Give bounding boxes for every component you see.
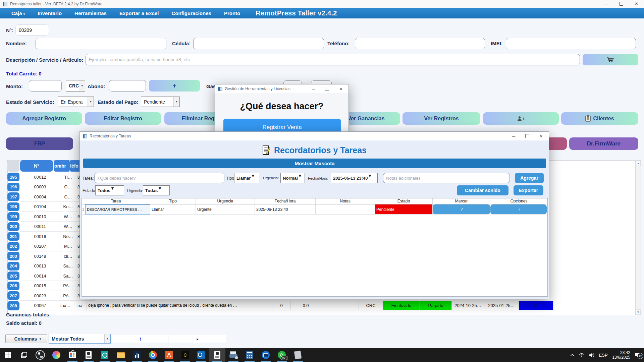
col-estado[interactable]: Estado bbox=[375, 198, 433, 204]
tray-chevron-up-icon[interactable] bbox=[570, 354, 574, 356]
clientes-button[interactable]: Clientes bbox=[561, 112, 638, 125]
notas-input[interactable] bbox=[383, 173, 510, 183]
taskbar-clock[interactable]: 23:42 13/6/2025 bbox=[612, 350, 630, 360]
taskbar-remotpress-active-icon[interactable] bbox=[209, 348, 225, 362]
row-badge[interactable]: 198 bbox=[7, 202, 19, 211]
row-badge[interactable]: 199 bbox=[7, 212, 19, 221]
tarea-input[interactable] bbox=[94, 173, 224, 183]
task-cell-tarea[interactable]: DESCARGAR REMOTPRESS … bbox=[85, 204, 150, 215]
nombre-field[interactable] bbox=[36, 38, 166, 49]
maximize-button[interactable] bbox=[614, 0, 629, 8]
taskbar-copilot-icon[interactable] bbox=[48, 348, 64, 362]
taskbar-monitor-app-icon[interactable] bbox=[258, 348, 274, 362]
mostrar-mascota-button[interactable]: Mostrar Mascota bbox=[83, 159, 546, 168]
taskbar-whatsapp-icon[interactable]: 99+ bbox=[274, 348, 290, 362]
add-to-cart-button[interactable]: + bbox=[149, 80, 200, 92]
taskbar-notes-app-icon[interactable] bbox=[290, 348, 306, 362]
row-badge[interactable]: 208 bbox=[7, 301, 19, 310]
scroll-down-button[interactable]: ▼ bbox=[636, 309, 641, 315]
col-fecha[interactable]: Fecha/Hora bbox=[255, 198, 316, 204]
row-badge[interactable]: 195 bbox=[7, 173, 19, 181]
agregar-tarea-button[interactable]: Agregar bbox=[515, 173, 544, 183]
minimize-button[interactable]: ─ bbox=[512, 134, 515, 139]
agregar-registro-button[interactable]: Agregar Registro bbox=[6, 112, 82, 125]
row-badge[interactable]: 205 bbox=[7, 272, 19, 280]
row-badge[interactable]: 207 bbox=[7, 291, 19, 300]
taskbar-outlook-icon[interactable] bbox=[193, 348, 209, 362]
scroll-up-button[interactable]: ▲ bbox=[636, 161, 641, 166]
taskbar-start-button[interactable] bbox=[0, 348, 16, 362]
taskbar-fax-app-icon[interactable] bbox=[225, 348, 241, 362]
maximize-button[interactable] bbox=[525, 134, 529, 138]
menu-inventario[interactable]: Inventario bbox=[36, 10, 63, 16]
editar-registro-button[interactable]: Editar Registro bbox=[85, 112, 161, 125]
exportar-button[interactable]: Exportar bbox=[514, 185, 543, 195]
columnas-button[interactable]: Columnas▾ bbox=[5, 334, 47, 343]
table-scrollbar[interactable]: ▲ ▼ bbox=[635, 160, 641, 315]
table-row-208[interactable]: 208 00067 tax… na deja iphone , para ver… bbox=[7, 301, 641, 311]
row-badge[interactable]: 206 bbox=[7, 282, 19, 290]
tipo-select[interactable]: Llamar▼ bbox=[234, 173, 259, 183]
row-badge[interactable]: 204 bbox=[7, 262, 19, 270]
estado-servicio-select[interactable]: En Espera▼ bbox=[58, 97, 94, 107]
minimize-button[interactable]: ─ bbox=[312, 86, 315, 92]
taskbar-camera-app-icon[interactable] bbox=[97, 348, 113, 362]
cedula-field[interactable] bbox=[193, 38, 324, 49]
row-badge[interactable]: 196 bbox=[7, 183, 19, 191]
taskbar-orange-app-icon[interactable] bbox=[161, 348, 177, 362]
menu-herramientas[interactable]: Herramientas bbox=[73, 10, 108, 16]
taskbar-obs-icon[interactable] bbox=[32, 348, 48, 362]
monto-field[interactable] bbox=[29, 80, 62, 92]
minimize-button[interactable]: ─ bbox=[599, 0, 614, 8]
col-marcar[interactable]: Marcar bbox=[433, 198, 490, 204]
task-marcar-button[interactable]: ✓ bbox=[433, 204, 490, 215]
menu-configuraciones[interactable]: Configuraciones bbox=[170, 10, 213, 16]
language-indicator[interactable]: ESP bbox=[599, 353, 608, 358]
close-button[interactable]: ✕ bbox=[539, 134, 543, 139]
numero-field[interactable] bbox=[15, 24, 49, 36]
volume-icon[interactable] bbox=[589, 353, 594, 357]
mostrar-todos-select[interactable]: Mostrar Todos▼ bbox=[49, 334, 111, 344]
col-tipo[interactable]: Tipo bbox=[150, 198, 196, 204]
taskbar-file-explorer-icon[interactable] bbox=[113, 348, 129, 362]
menu-pronto[interactable]: Pronto bbox=[223, 10, 241, 16]
taskbar-stats-app-icon[interactable] bbox=[129, 348, 145, 362]
menu-exportar-excel[interactable]: Exportar a Excel bbox=[118, 10, 160, 16]
nombre-column-header[interactable]: ombr bbox=[54, 160, 69, 172]
col-notas[interactable]: Notas bbox=[316, 198, 375, 204]
taskbar-remotpress-icon[interactable] bbox=[80, 348, 97, 362]
col-urgencia[interactable]: Urgencia bbox=[196, 198, 255, 204]
row-badge[interactable]: 203 bbox=[7, 252, 19, 260]
drfirmware-button[interactable]: Dr.FirmWare bbox=[569, 137, 638, 150]
task-opciones-button[interactable]: ⋮ bbox=[490, 204, 547, 215]
cart-button[interactable] bbox=[583, 54, 638, 65]
frp-button[interactable]: FRP bbox=[6, 137, 73, 150]
task-row[interactable]: 1 DESCARGAR REMOTPRESS … Llamar Urgente … bbox=[82, 204, 547, 215]
menu-caja[interactable]: Caja ▾ bbox=[10, 10, 26, 16]
row-badge[interactable]: 202 bbox=[7, 242, 19, 251]
abono-field[interactable] bbox=[109, 80, 146, 92]
currency-select[interactable]: CRC▼ bbox=[66, 80, 85, 92]
row-badge[interactable]: 201 bbox=[7, 232, 19, 241]
close-button[interactable]: ✕ bbox=[339, 86, 343, 92]
taskbar-task-view-icon[interactable] bbox=[16, 348, 32, 362]
taskbar-store-icon[interactable] bbox=[64, 348, 80, 362]
row-badge[interactable]: 197 bbox=[7, 192, 19, 201]
footer-strip-2[interactable]: ▸ bbox=[169, 335, 226, 343]
numero-column-header[interactable]: N° bbox=[20, 160, 53, 172]
estado-pago-select[interactable]: Pendiente▼ bbox=[141, 97, 180, 107]
urgencia-filter-select[interactable]: Todas▼ bbox=[143, 185, 170, 195]
col-opciones[interactable]: Opciones bbox=[490, 198, 547, 204]
imei-field[interactable] bbox=[506, 38, 636, 49]
estado-filter-select[interactable]: Todos▼ bbox=[95, 185, 124, 195]
taskbar-dark-app-icon[interactable] bbox=[177, 348, 193, 362]
col-tarea[interactable]: Tarea bbox=[82, 198, 150, 204]
cambiar-sonido-button[interactable]: Cambiar sonido bbox=[457, 185, 508, 195]
taskbar-calculator-icon[interactable] bbox=[241, 348, 258, 362]
maximize-button[interactable] bbox=[325, 87, 329, 91]
ver-registros-button[interactable]: Ver Registros bbox=[402, 112, 480, 125]
urgencia-select[interactable]: Normal▼ bbox=[280, 173, 305, 183]
fecha-hora-field[interactable]: 2025-06-13 23:40▼ bbox=[331, 173, 378, 183]
telefono-field[interactable] bbox=[355, 38, 485, 49]
descripcion-field[interactable] bbox=[86, 54, 580, 65]
